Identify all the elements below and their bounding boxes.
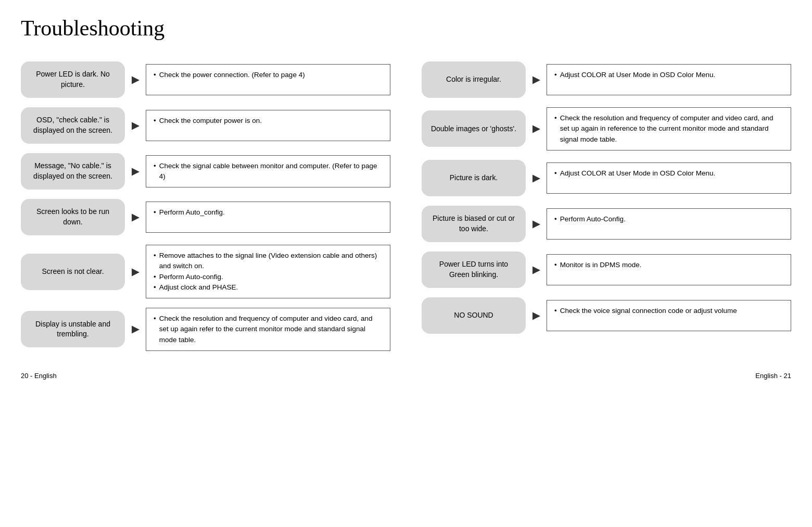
solution-item: Check the power connection. (Refer to pa… bbox=[154, 70, 383, 80]
arrow-icon: ▶ bbox=[530, 172, 542, 184]
solution-box: Adjust COLOR at User Mode in OSD Color M… bbox=[547, 64, 791, 95]
problem-box: Picture is biased or cut or too wide. bbox=[422, 206, 526, 242]
arrow-icon: ▶ bbox=[129, 266, 142, 278]
troubleshoot-row: Display is unstable and trembling.▶Check… bbox=[21, 308, 390, 351]
solution-box: Check the resolution and frequency of co… bbox=[547, 107, 791, 150]
troubleshoot-row: Picture is biased or cut or too wide.▶Pe… bbox=[422, 206, 791, 242]
problem-box: Double images or 'ghosts'. bbox=[422, 110, 526, 147]
solution-box: Remove attaches to the signal line (Vide… bbox=[146, 245, 390, 298]
solution-item: Check the voice signal connection code o… bbox=[554, 306, 783, 316]
solution-item: Monitor is in DPMS mode. bbox=[554, 260, 783, 270]
problem-box: Power LED turns into Green blinking. bbox=[422, 252, 526, 288]
solution-box: Perform Auto-Config. bbox=[547, 208, 791, 240]
solution-box: Check the power connection. (Refer to pa… bbox=[146, 64, 390, 95]
troubleshoot-row: Double images or 'ghosts'.▶Check the res… bbox=[422, 107, 791, 150]
troubleshoot-row: Power LED turns into Green blinking.▶Mon… bbox=[422, 252, 791, 288]
solution-box: Check the signal cable between monitor a… bbox=[146, 155, 390, 188]
solution-box: Check the voice signal connection code o… bbox=[547, 300, 791, 331]
left-column: Power LED is dark. No picture.▶Check the… bbox=[21, 61, 390, 351]
solution-item: Perform Auto-Config. bbox=[554, 214, 783, 224]
solution-item: Check the signal cable between monitor a… bbox=[154, 161, 383, 182]
solution-box: Monitor is in DPMS mode. bbox=[547, 254, 791, 285]
solution-item: Perform Auto_config. bbox=[154, 207, 383, 218]
footer-right: English - 21 bbox=[755, 372, 791, 380]
arrow-icon: ▶ bbox=[530, 218, 542, 230]
problem-box: Screen looks to be run down. bbox=[21, 199, 125, 235]
solution-item: Adjust clock and PHASE. bbox=[154, 282, 383, 293]
problem-box: Display is unstable and trembling. bbox=[21, 311, 125, 347]
main-grid: Power LED is dark. No picture.▶Check the… bbox=[21, 61, 791, 351]
arrow-icon: ▶ bbox=[530, 264, 542, 275]
solution-item: Remove attaches to the signal line (Vide… bbox=[154, 250, 383, 272]
troubleshoot-row: Message, "No cable." is displayed on the… bbox=[21, 153, 390, 190]
arrow-icon: ▶ bbox=[129, 211, 142, 223]
solution-box: Perform Auto_config. bbox=[146, 202, 390, 233]
page-title: Troubleshooting bbox=[21, 16, 791, 41]
solution-item: Check the resolution and frequency of co… bbox=[154, 313, 383, 345]
solution-item: Adjust COLOR at User Mode in OSD Color M… bbox=[554, 70, 783, 80]
arrow-icon: ▶ bbox=[129, 323, 142, 335]
arrow-icon: ▶ bbox=[129, 166, 142, 177]
troubleshoot-row: Color is irregular.▶Adjust COLOR at User… bbox=[422, 61, 791, 98]
problem-box: Color is irregular. bbox=[422, 61, 526, 98]
footer-left: 20 - English bbox=[21, 372, 57, 380]
troubleshoot-row: Picture is dark.▶Adjust COLOR at User Mo… bbox=[422, 160, 791, 196]
arrow-icon: ▶ bbox=[129, 120, 142, 131]
arrow-icon: ▶ bbox=[530, 310, 542, 321]
solution-item: Check the computer power is on. bbox=[154, 116, 383, 126]
troubleshoot-row: OSD, "check cable." is displayed on the … bbox=[21, 107, 390, 144]
troubleshoot-row: Screen is not clear.▶Remove attaches to … bbox=[21, 245, 390, 298]
solution-item: Check the resolution and frequency of co… bbox=[554, 113, 783, 145]
problem-box: Message, "No cable." is displayed on the… bbox=[21, 153, 125, 190]
solution-item: Perform Auto-config. bbox=[154, 272, 383, 282]
problem-box: Power LED is dark. No picture. bbox=[21, 61, 125, 98]
solution-box: Check the resolution and frequency of co… bbox=[146, 308, 390, 351]
footer: 20 - English English - 21 bbox=[21, 372, 791, 380]
arrow-icon: ▶ bbox=[129, 74, 142, 85]
problem-box: Picture is dark. bbox=[422, 160, 526, 196]
problem-box: OSD, "check cable." is displayed on the … bbox=[21, 107, 125, 144]
arrow-icon: ▶ bbox=[530, 74, 542, 85]
problem-box: NO SOUND bbox=[422, 297, 526, 334]
arrow-icon: ▶ bbox=[530, 123, 542, 134]
right-column: Color is irregular.▶Adjust COLOR at User… bbox=[422, 61, 791, 351]
troubleshoot-row: Power LED is dark. No picture.▶Check the… bbox=[21, 61, 390, 98]
solution-box: Adjust COLOR at User Mode in OSD Color M… bbox=[547, 162, 791, 194]
problem-box: Screen is not clear. bbox=[21, 254, 125, 290]
solution-item: Adjust COLOR at User Mode in OSD Color M… bbox=[554, 168, 783, 179]
solution-box: Check the computer power is on. bbox=[146, 110, 390, 141]
troubleshoot-row: Screen looks to be run down.▶Perform Aut… bbox=[21, 199, 390, 235]
troubleshoot-row: NO SOUND▶Check the voice signal connecti… bbox=[422, 297, 791, 334]
